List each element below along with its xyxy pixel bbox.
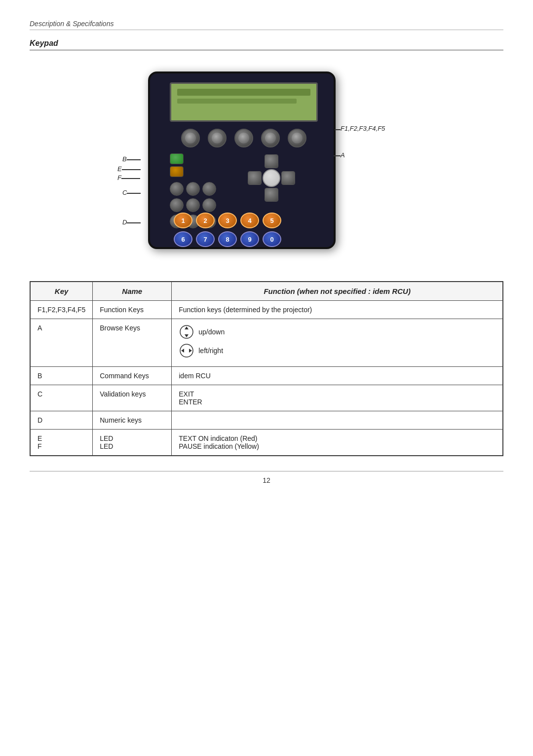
row-name-b: Command Keys bbox=[93, 367, 172, 385]
key-b2 bbox=[186, 182, 200, 196]
table-row: D Numeric keys bbox=[31, 411, 503, 430]
row-key-b: B bbox=[31, 367, 93, 385]
table-row: B Command Keys idem RCU bbox=[31, 367, 503, 385]
key-7: 7 bbox=[196, 231, 215, 247]
page-footer: 12 bbox=[30, 471, 503, 484]
row-function-ef: TEXT ON indicaton (Red) PAUSE indication… bbox=[172, 430, 503, 456]
up-down-icon bbox=[179, 324, 194, 340]
breadcrumb: Description & Specifcations bbox=[30, 20, 114, 28]
row-function-d bbox=[172, 411, 503, 430]
row-key-d: D bbox=[31, 411, 93, 430]
table-wrapper: Key Name Function (when not specified : … bbox=[30, 281, 503, 456]
section-title: Keypad bbox=[30, 39, 503, 50]
screen-line1 bbox=[177, 89, 310, 96]
numeric-row-2: 6 7 8 9 0 bbox=[174, 231, 312, 247]
annotation-d: D bbox=[122, 218, 127, 226]
f5-key bbox=[288, 129, 306, 147]
nav-left bbox=[248, 171, 262, 185]
key-c3 bbox=[202, 198, 216, 212]
annotation-f: F bbox=[117, 174, 121, 181]
nav-right bbox=[281, 171, 295, 185]
led-row bbox=[170, 153, 239, 177]
key-1: 1 bbox=[174, 213, 192, 228]
name-led-f: LED bbox=[100, 442, 164, 450]
svg-marker-2 bbox=[185, 334, 189, 337]
key-c2 bbox=[186, 198, 200, 212]
key-f: F bbox=[38, 442, 85, 450]
annotation-c: C bbox=[122, 189, 127, 196]
row-key-a: A bbox=[31, 319, 93, 367]
annotation-a: A bbox=[341, 151, 345, 159]
row-name-f: Function Keys bbox=[93, 301, 172, 319]
page-header: Description & Specifcations bbox=[30, 20, 503, 30]
table-header-row: Key Name Function (when not specified : … bbox=[31, 282, 503, 301]
col-header-key: Key bbox=[31, 282, 93, 301]
key-0: 0 bbox=[263, 231, 281, 247]
pause-label: PAUSE indication (Yellow) bbox=[179, 442, 495, 450]
nav-cross bbox=[247, 153, 296, 203]
row-key-c: C bbox=[31, 385, 93, 411]
row-key-f: F1,F2,F3,F4,F5 bbox=[31, 301, 93, 319]
f2-key bbox=[208, 129, 227, 147]
key-6: 6 bbox=[174, 231, 192, 247]
name-led-e: LED bbox=[100, 434, 164, 442]
key-9: 9 bbox=[240, 231, 259, 247]
f1-key bbox=[181, 129, 200, 147]
device-screen bbox=[170, 82, 318, 122]
svg-marker-4 bbox=[181, 349, 184, 353]
col-header-name: Name bbox=[93, 282, 172, 301]
led-f bbox=[170, 166, 184, 177]
annotation-e: E bbox=[117, 165, 122, 173]
table-row: F1,F2,F3,F4,F5 Function Keys Function ke… bbox=[31, 301, 503, 319]
key-3: 3 bbox=[218, 213, 237, 228]
row-key-ef: E F bbox=[31, 430, 93, 456]
text-on-label: TEXT ON indicaton (Red) bbox=[179, 434, 495, 442]
key-5: 5 bbox=[263, 213, 281, 228]
key-b1 bbox=[170, 182, 184, 196]
key-8: 8 bbox=[218, 231, 237, 247]
key-c1 bbox=[170, 198, 184, 212]
annotation-fkeys: F1,F2,F3,F4,F5 bbox=[341, 125, 385, 132]
annotation-b: B bbox=[122, 155, 127, 163]
exit-label: EXIT bbox=[179, 390, 495, 398]
page-number: 12 bbox=[263, 476, 270, 484]
browse-left-right: left/right bbox=[179, 343, 495, 359]
svg-marker-1 bbox=[185, 326, 189, 329]
numeric-row-area: 1 2 3 4 5 6 7 8 9 0 bbox=[174, 213, 312, 249]
row-function-f: Function keys (determined by the project… bbox=[172, 301, 503, 319]
diagram-area: 1 2 3 4 5 6 7 8 9 0 F1,F2,F3,F4,F5 bbox=[30, 59, 503, 266]
col-header-function: Function (when not specified : idem RCU) bbox=[172, 282, 503, 301]
row-function-a: up/down left/right bbox=[172, 319, 503, 367]
table-row: C Validation keys EXIT ENTER bbox=[31, 385, 503, 411]
key-4: 4 bbox=[240, 213, 259, 228]
function-keys-row bbox=[177, 129, 310, 147]
nav-down bbox=[265, 188, 278, 202]
led-e bbox=[170, 153, 184, 164]
row-name-d: Numeric keys bbox=[93, 411, 172, 430]
left-right-label: left/right bbox=[198, 347, 223, 355]
table-row: E F LED LED TEXT ON indicaton (Red) PAUS… bbox=[31, 430, 503, 456]
left-right-icon bbox=[179, 343, 194, 359]
row-name-c: Validation keys bbox=[93, 385, 172, 411]
f4-key bbox=[261, 129, 280, 147]
row-name-a: Browse Keys bbox=[93, 319, 172, 367]
row-function-c: EXIT ENTER bbox=[172, 385, 503, 411]
keypad-device: 1 2 3 4 5 6 7 8 9 0 bbox=[148, 72, 336, 249]
browse-up-down: up/down bbox=[179, 324, 495, 340]
table-row: A Browse Keys up/down bbox=[31, 319, 503, 367]
keypad-table: Key Name Function (when not specified : … bbox=[30, 282, 503, 456]
nav-up bbox=[265, 154, 278, 168]
screen-line2 bbox=[177, 99, 297, 104]
up-down-label: up/down bbox=[198, 328, 225, 336]
nav-center bbox=[263, 169, 280, 187]
numeric-row-1: 1 2 3 4 5 bbox=[174, 213, 312, 228]
f3-key bbox=[234, 129, 253, 147]
diagram-inner: 1 2 3 4 5 6 7 8 9 0 F1,F2,F3,F4,F5 bbox=[109, 67, 424, 259]
row-function-b: idem RCU bbox=[172, 367, 503, 385]
key-e: E bbox=[38, 434, 85, 442]
key-2: 2 bbox=[196, 213, 215, 228]
enter-label: ENTER bbox=[179, 398, 495, 406]
row-name-ef: LED LED bbox=[93, 430, 172, 456]
svg-marker-5 bbox=[189, 349, 192, 353]
key-b3 bbox=[202, 182, 216, 196]
